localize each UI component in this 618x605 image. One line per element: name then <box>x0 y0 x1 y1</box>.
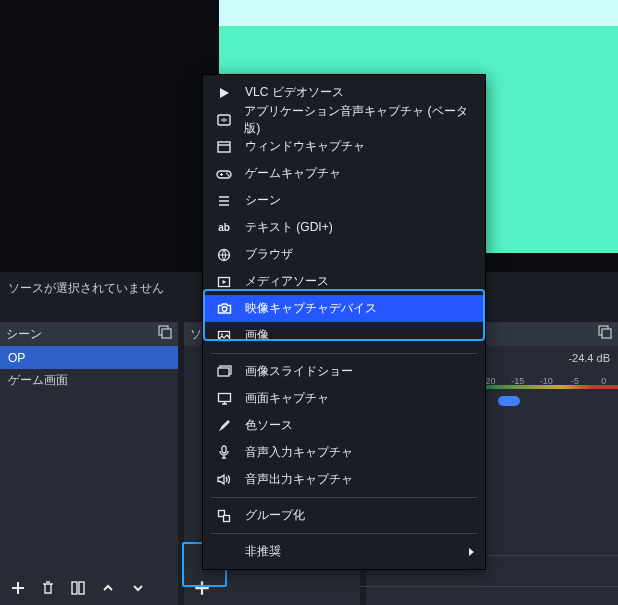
menu-item-app-audio[interactable]: アプリケーション音声キャプチャ (ベータ版) <box>203 106 485 133</box>
mixer-volume-slider[interactable] <box>498 396 520 406</box>
menu-item-audio-input[interactable]: 音声入力キャプチャ <box>203 439 485 466</box>
scene-item[interactable]: ゲーム画面 <box>0 369 178 392</box>
menu-label: ブラウザ <box>245 246 293 263</box>
menu-label: ウィンドウキャプチャ <box>245 138 365 155</box>
scene-icon <box>213 194 235 208</box>
menu-item-window-capture[interactable]: ウィンドウキャプチャ <box>203 133 485 160</box>
add-scene-button[interactable] <box>6 576 30 600</box>
menu-label: VLC ビデオソース <box>245 84 344 101</box>
globe-icon <box>213 248 235 262</box>
svg-rect-8 <box>217 171 231 178</box>
scene-item[interactable]: OP <box>0 346 178 369</box>
gamepad-icon <box>213 168 235 180</box>
menu-item-color[interactable]: 色ソース <box>203 412 485 439</box>
menu-label: アプリケーション音声キャプチャ (ベータ版) <box>244 103 475 137</box>
svg-rect-7 <box>218 142 230 152</box>
svg-point-10 <box>228 174 230 176</box>
menu-item-group[interactable]: グループ化 <box>203 502 485 529</box>
menu-item-scene[interactable]: シーン <box>203 187 485 214</box>
menu-item-video-capture[interactable]: 映像キャプチャデバイス <box>203 295 485 322</box>
scenes-header: シーン <box>0 322 178 346</box>
menu-label: ゲームキャプチャ <box>245 165 341 182</box>
menu-item-slideshow[interactable]: 画像スライドショー <box>203 358 485 385</box>
sources-title: ソ <box>190 326 202 343</box>
svg-point-13 <box>222 307 227 312</box>
menu-label: 音声入力キャプチャ <box>245 444 353 461</box>
svg-rect-5 <box>602 329 611 338</box>
menu-label: 映像キャプチャデバイス <box>245 300 377 317</box>
svg-rect-3 <box>79 582 84 594</box>
window-icon <box>213 140 235 154</box>
menu-label: シーン <box>245 192 281 209</box>
camera-icon <box>213 302 235 315</box>
menu-item-audio-output[interactable]: 音声出力キャプチャ <box>203 466 485 493</box>
menu-item-image[interactable]: 画像 <box>203 322 485 349</box>
dock-icon[interactable] <box>598 325 612 339</box>
scenes-toolbar <box>0 571 178 605</box>
svg-rect-1 <box>162 329 171 338</box>
menu-item-browser[interactable]: ブラウザ <box>203 241 485 268</box>
menu-label: 画面キャプチャ <box>245 390 329 407</box>
scenes-title: シーン <box>6 326 42 343</box>
menu-label: 画像 <box>245 327 269 344</box>
menu-label: 色ソース <box>245 417 293 434</box>
svg-rect-18 <box>218 394 230 402</box>
media-icon <box>213 275 235 289</box>
menu-item-deprecated[interactable]: 非推奨 <box>203 538 485 565</box>
scenes-panel: シーン OP ゲーム画面 <box>0 322 178 605</box>
menu-item-media[interactable]: メディアソース <box>203 268 485 295</box>
svg-point-9 <box>226 172 228 174</box>
menu-label: 非推奨 <box>245 543 281 560</box>
menu-item-display-capture[interactable]: 画面キャプチャ <box>203 385 485 412</box>
image-icon <box>213 329 235 343</box>
svg-rect-2 <box>72 582 77 594</box>
group-icon <box>213 509 235 523</box>
speaker-icon <box>213 473 235 486</box>
brush-icon <box>213 419 235 433</box>
move-scene-up-button[interactable] <box>96 576 120 600</box>
text-icon: ab <box>213 222 235 233</box>
app-audio-icon <box>213 113 234 127</box>
menu-label: テキスト (GDI+) <box>245 219 333 236</box>
svg-rect-19 <box>222 446 226 453</box>
menu-item-text[interactable]: abテキスト (GDI+) <box>203 214 485 241</box>
menu-separator <box>211 353 477 354</box>
play-icon <box>213 86 235 100</box>
menu-item-game-capture[interactable]: ゲームキャプチャ <box>203 160 485 187</box>
monitor-icon <box>213 392 235 405</box>
submenu-arrow-icon <box>467 547 475 557</box>
scenes-list[interactable]: OP ゲーム画面 <box>0 346 178 571</box>
preview-top-stripe <box>219 0 618 26</box>
add-source-button[interactable] <box>190 576 214 600</box>
svg-rect-17 <box>218 368 229 376</box>
slideshow-icon <box>213 365 235 378</box>
add-source-context-menu: VLC ビデオソース アプリケーション音声キャプチャ (ベータ版) ウィンドウキ… <box>202 74 486 570</box>
scene-filters-button[interactable] <box>66 576 90 600</box>
menu-label: グループ化 <box>245 507 305 524</box>
source-status-text: ソースが選択されていません <box>8 280 164 297</box>
menu-separator <box>211 533 477 534</box>
menu-separator <box>211 497 477 498</box>
menu-label: メディアソース <box>245 273 329 290</box>
mixer-db-readout: -24.4 dB <box>568 352 610 364</box>
svg-rect-21 <box>224 515 230 521</box>
dock-icon[interactable] <box>158 325 172 339</box>
menu-label: 音声出力キャプチャ <box>245 471 353 488</box>
delete-scene-button[interactable] <box>36 576 60 600</box>
move-scene-down-button[interactable] <box>126 576 150 600</box>
microphone-icon <box>213 445 235 460</box>
sources-toolbar <box>184 571 360 605</box>
menu-label: 画像スライドショー <box>245 363 353 380</box>
